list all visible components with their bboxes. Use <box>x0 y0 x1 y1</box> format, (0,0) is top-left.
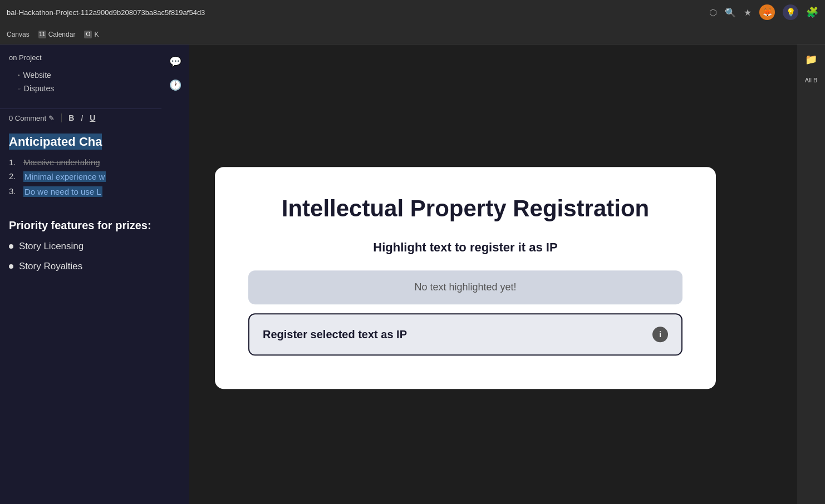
bullet-icon <box>9 244 13 249</box>
no-text-label: No text highlighted yet! <box>414 281 516 293</box>
bookmark-canvas[interactable]: Canvas <box>7 31 30 38</box>
list-item: 3. Do we need to use L <box>9 186 180 197</box>
nav-website-label: Website <box>23 71 51 80</box>
list-item: 2. Minimal experience w <box>9 171 180 182</box>
bold-button[interactable]: B <box>68 113 74 122</box>
list-item-text-2: Minimal experience w <box>23 171 106 182</box>
calendar-label: Calendar <box>48 31 76 38</box>
ip-registration-modal: Intellectual Property Registration Highl… <box>215 167 716 389</box>
clock-icon[interactable]: 🕐 <box>169 79 181 91</box>
bookmark-calendar[interactable]: 11 Calendar <box>38 31 76 38</box>
list-item-text-1: Massive undertaking <box>23 157 100 167</box>
nav-item-disputes[interactable]: ○ Disputes <box>9 82 156 95</box>
register-btn-label: Register selected text as IP <box>263 328 407 341</box>
browser-action-icons: ⬡ 🔍 ★ 🦊 💡 🧩 <box>709 4 818 20</box>
underline-button[interactable]: U <box>90 113 95 122</box>
priority-list: Story Licensing Story Royalties <box>9 241 180 272</box>
editor-toolbar: 0 Comment ✎ B I U <box>0 108 189 127</box>
doc-bottom: Priority features for prizes: Story Lice… <box>0 208 189 292</box>
doc-heading: Anticipated Cha <box>9 134 102 150</box>
project-title: on Project <box>9 53 156 62</box>
comment-icon[interactable]: 💬 <box>169 56 181 68</box>
bookmark-k[interactable]: O K <box>84 31 99 38</box>
list-item-text-3: Do we need to use L <box>23 186 102 197</box>
open-external-icon[interactable]: ⬡ <box>709 7 717 18</box>
puzzle-icon[interactable]: 🧩 <box>806 6 818 18</box>
royalties-label: Story Royalties <box>19 261 82 272</box>
modal-subtitle: Highlight text to register it as IP <box>248 240 682 255</box>
italic-button[interactable]: I <box>81 113 83 122</box>
browser-topbar: bal-Hackathon-Project-112a900d9b208073ba… <box>0 0 825 24</box>
metamask-icon[interactable]: 🦊 <box>759 4 775 20</box>
lightbulb-icon[interactable]: 💡 <box>783 4 798 20</box>
search-icon[interactable]: 🔍 <box>725 7 736 18</box>
main-area: on Project • Website ○ Disputes 0 Commen… <box>0 45 825 504</box>
list-item: 1. Massive undertaking <box>9 157 180 167</box>
doc-content-area: on Project • Website ○ Disputes <box>0 45 189 104</box>
bullet-icon: • <box>18 72 20 78</box>
bullet-icon <box>9 264 13 269</box>
calendar-favicon: 11 <box>38 31 46 38</box>
bookmarks-bar: Canvas 11 Calendar O K <box>0 24 825 45</box>
nav-disputes-label: Disputes <box>24 84 54 93</box>
no-text-highlighted-box: No text highlighted yet! <box>248 270 682 304</box>
licensing-label: Story Licensing <box>19 241 84 252</box>
all-bookmarks-label: All B <box>805 77 818 83</box>
doc-text-area: Anticipated Cha 1. Massive undertaking 2… <box>0 127 189 208</box>
modal-title: Intellectual Property Registration <box>248 195 682 223</box>
toolbar-divider <box>61 113 62 122</box>
k-label: K <box>94 31 99 38</box>
doc-sidebar: on Project • Website ○ Disputes 0 Commen… <box>0 45 189 504</box>
comment-btn[interactable]: 0 Comment ✎ <box>9 114 55 122</box>
priority-item-royalties: Story Royalties <box>9 261 180 272</box>
right-panel: 📁 All B <box>797 45 825 504</box>
priority-item-licensing: Story Licensing <box>9 241 180 252</box>
circle-icon: ○ <box>18 86 21 91</box>
tab-title: bal-Hackathon-Project-112a900d9b208073ba… <box>7 8 705 17</box>
sidebar-action-icons: 💬 🕐 <box>161 45 189 504</box>
outlook-favicon: O <box>84 31 92 38</box>
register-ip-button[interactable]: Register selected text as IP i <box>248 313 682 355</box>
priority-heading: Priority features for prizes: <box>9 219 180 232</box>
edit-icon: ✎ <box>48 114 55 122</box>
doc-list: 1. Massive undertaking 2. Minimal experi… <box>9 157 180 197</box>
star-icon[interactable]: ★ <box>744 7 752 18</box>
info-icon: i <box>652 327 668 342</box>
folder-icon[interactable]: 📁 <box>805 53 817 66</box>
canvas-label: Canvas <box>7 31 30 38</box>
info-icon-label: i <box>659 330 661 339</box>
nav-item-website[interactable]: • Website <box>9 68 156 82</box>
comment-count-label: 0 Comment <box>9 114 46 122</box>
